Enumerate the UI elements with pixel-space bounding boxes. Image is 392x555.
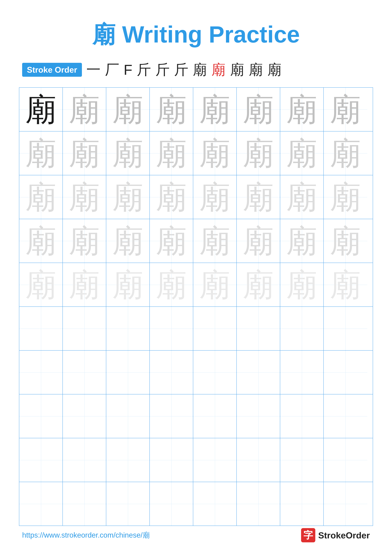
- grid-cell[interactable]: 廟: [193, 88, 237, 131]
- grid-cell[interactable]: 廟: [324, 219, 367, 263]
- stroke-9: 廟: [230, 60, 244, 80]
- grid-cell[interactable]: [106, 482, 150, 526]
- grid-cell[interactable]: [193, 482, 237, 526]
- grid-cell[interactable]: [63, 307, 106, 350]
- character-guide: 廟: [199, 181, 231, 213]
- character-guide: 廟: [286, 181, 318, 213]
- character-guide: 廟: [330, 138, 361, 169]
- character-guide: 廟: [286, 138, 318, 169]
- grid-cell[interactable]: 廟: [280, 88, 324, 131]
- character-guide: 廟: [25, 181, 57, 213]
- grid-cell[interactable]: [324, 394, 367, 438]
- grid-cell[interactable]: [19, 438, 63, 482]
- grid-cell[interactable]: 廟: [237, 88, 280, 131]
- grid-cell[interactable]: [280, 351, 324, 394]
- grid-cell[interactable]: 廟: [150, 131, 193, 175]
- stroke-2: 厂: [105, 60, 119, 80]
- grid-cell[interactable]: [150, 482, 193, 526]
- grid-cell[interactable]: [63, 482, 106, 526]
- grid-cell[interactable]: 廟: [63, 131, 106, 175]
- grid-cell[interactable]: [280, 438, 324, 482]
- grid-cell[interactable]: [237, 438, 280, 482]
- grid-cell[interactable]: [150, 307, 193, 350]
- grid-cell[interactable]: 廟: [193, 263, 237, 307]
- stroke-3: F: [124, 62, 132, 78]
- grid-cell[interactable]: 廟: [324, 175, 367, 219]
- grid-cell[interactable]: [150, 351, 193, 394]
- grid-cell[interactable]: [19, 351, 63, 394]
- grid-cell[interactable]: 廟: [150, 175, 193, 219]
- grid-cell[interactable]: [106, 394, 150, 438]
- grid-cell[interactable]: 廟: [63, 88, 106, 131]
- grid-cell[interactable]: 廟: [237, 131, 280, 175]
- grid-cell[interactable]: 廟: [19, 175, 63, 219]
- grid-cell[interactable]: 廟: [106, 88, 150, 131]
- grid-cell[interactable]: 廟: [63, 175, 106, 219]
- footer-url[interactable]: https://www.strokeorder.com/chinese/廟: [22, 530, 150, 540]
- footer: https://www.strokeorder.com/chinese/廟 字 …: [0, 528, 392, 542]
- grid-cell[interactable]: [106, 438, 150, 482]
- grid-cell[interactable]: 廟: [19, 219, 63, 263]
- character-guide: 廟: [242, 269, 274, 301]
- stroke-6: 斤: [174, 60, 188, 80]
- grid-cell[interactable]: [63, 351, 106, 394]
- grid-cell[interactable]: 廟: [150, 219, 193, 263]
- grid-cell[interactable]: [193, 307, 237, 350]
- grid-cell[interactable]: [237, 307, 280, 350]
- grid-cell[interactable]: 廟: [324, 131, 367, 175]
- grid-cell[interactable]: 廟: [237, 263, 280, 307]
- grid-cell[interactable]: 廟: [193, 219, 237, 263]
- grid-cell[interactable]: [106, 307, 150, 350]
- footer-logo: 字 StrokeOrder: [301, 528, 370, 542]
- grid-cell[interactable]: 廟: [63, 219, 106, 263]
- grid-cell[interactable]: 廟: [106, 175, 150, 219]
- grid-cell[interactable]: [237, 482, 280, 526]
- grid-cell[interactable]: 廟: [193, 175, 237, 219]
- grid-cell[interactable]: 廟: [150, 263, 193, 307]
- grid-cell[interactable]: [280, 307, 324, 350]
- grid-cell[interactable]: [19, 307, 63, 350]
- grid-cell[interactable]: [106, 351, 150, 394]
- character-guide: 廟: [286, 225, 318, 257]
- grid-cell[interactable]: 廟: [106, 263, 150, 307]
- grid-cell[interactable]: [63, 438, 106, 482]
- grid-cell[interactable]: 廟: [237, 219, 280, 263]
- grid-cell[interactable]: [324, 438, 367, 482]
- grid-cell[interactable]: 廟: [280, 219, 324, 263]
- grid-cell[interactable]: [280, 394, 324, 438]
- grid-cell[interactable]: [193, 438, 237, 482]
- grid-cell[interactable]: [324, 307, 367, 350]
- grid-cell[interactable]: 廟: [237, 175, 280, 219]
- grid-cell[interactable]: [280, 482, 324, 526]
- grid-cell[interactable]: 廟: [19, 263, 63, 307]
- grid-cell[interactable]: 廟: [106, 219, 150, 263]
- character-guide: 廟: [112, 94, 144, 125]
- grid-cell[interactable]: [19, 394, 63, 438]
- grid-cell[interactable]: 廟: [193, 131, 237, 175]
- grid-cell[interactable]: [193, 351, 237, 394]
- grid-cell[interactable]: [150, 394, 193, 438]
- grid-cell[interactable]: 廟: [280, 175, 324, 219]
- grid-cell[interactable]: 廟: [280, 131, 324, 175]
- grid-cell[interactable]: [150, 438, 193, 482]
- grid-cell[interactable]: [63, 394, 106, 438]
- grid-cell[interactable]: 廟: [324, 88, 367, 131]
- grid-cell[interactable]: 廟: [280, 263, 324, 307]
- grid-cell[interactable]: [324, 351, 367, 394]
- character-guide: 廟: [25, 269, 57, 301]
- grid-cell[interactable]: [193, 394, 237, 438]
- practice-grid: 廟 廟 廟 廟 廟 廟 廟 廟 廟 廟 廟 廟 廟 廟 廟 廟 廟 廟 廟 廟 …: [19, 87, 373, 526]
- grid-cell[interactable]: 廟: [19, 131, 63, 175]
- character-guide: 廟: [112, 225, 144, 257]
- grid-cell[interactable]: [237, 394, 280, 438]
- grid-cell[interactable]: [237, 351, 280, 394]
- character-guide: 廟: [330, 94, 361, 125]
- grid-cell[interactable]: [19, 482, 63, 526]
- grid-cell[interactable]: [324, 482, 367, 526]
- grid-row-4: 廟 廟 廟 廟 廟 廟 廟 廟: [19, 219, 373, 263]
- grid-cell[interactable]: 廟: [106, 131, 150, 175]
- grid-cell[interactable]: 廟: [19, 88, 63, 131]
- grid-cell[interactable]: 廟: [150, 88, 193, 131]
- grid-cell[interactable]: 廟: [324, 263, 367, 307]
- grid-cell[interactable]: 廟: [63, 263, 106, 307]
